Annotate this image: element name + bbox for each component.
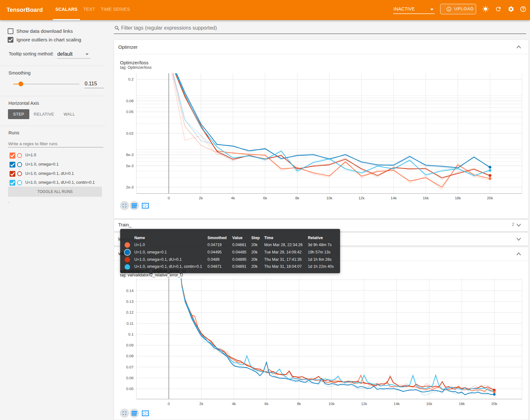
svg-text:4k: 4k (232, 402, 236, 406)
svg-text:14k: 14k (391, 196, 397, 200)
svg-text:10k: 10k (329, 402, 335, 406)
svg-text:0.05: 0.05 (126, 387, 134, 391)
svg-text:0.12: 0.12 (126, 310, 134, 315)
svg-text:2k: 2k (199, 196, 203, 200)
svg-text:0.1: 0.1 (128, 332, 134, 337)
svg-text:0.13: 0.13 (126, 299, 134, 304)
svg-text:12k: 12k (361, 402, 367, 406)
svg-text:0.02: 0.02 (126, 131, 134, 136)
svg-text:0.11: 0.11 (127, 321, 134, 326)
svg-text:16k: 16k (426, 402, 432, 406)
svg-text:0: 0 (168, 402, 170, 406)
svg-text:6k: 6k (263, 196, 267, 200)
svg-text:0.2: 0.2 (128, 77, 134, 82)
svg-text:0.05: 0.05 (126, 110, 134, 114)
svg-text:2k: 2k (199, 402, 203, 406)
svg-text:20k: 20k (491, 402, 497, 406)
svg-text:0.08: 0.08 (126, 354, 134, 358)
svg-text:8k: 8k (295, 196, 299, 200)
svg-text:5e-3: 5e-3 (126, 164, 134, 168)
svg-text:0.06: 0.06 (126, 376, 134, 380)
svg-text:8e-3: 8e-3 (126, 153, 134, 157)
svg-text:2e-3: 2e-3 (126, 185, 134, 189)
svg-text:0: 0 (168, 196, 170, 200)
svg-text:0.09: 0.09 (126, 343, 134, 347)
svg-text:6k: 6k (265, 402, 269, 406)
svg-text:0.07: 0.07 (126, 365, 134, 369)
svg-text:0.14: 0.14 (126, 288, 134, 293)
svg-text:8k: 8k (297, 402, 301, 406)
svg-text:18k: 18k (455, 196, 461, 200)
svg-text:18k: 18k (459, 402, 465, 406)
svg-text:12k: 12k (359, 196, 365, 200)
svg-text:10k: 10k (326, 196, 332, 200)
svg-text:4k: 4k (231, 196, 235, 200)
svg-text:0.08: 0.08 (126, 99, 134, 103)
svg-text:20k: 20k (487, 196, 493, 200)
svg-text:16k: 16k (423, 196, 429, 200)
svg-text:14k: 14k (394, 402, 400, 406)
